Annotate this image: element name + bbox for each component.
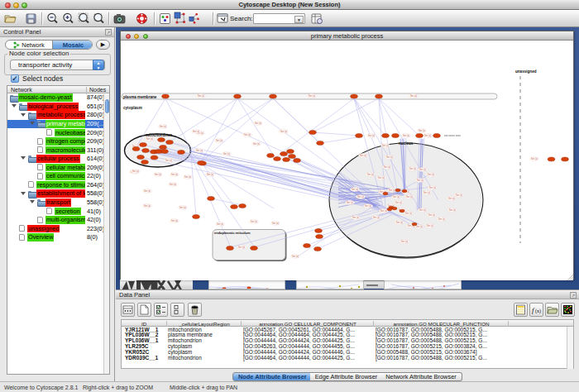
svg-text:Set (a): Set (a) (456, 194, 462, 197)
svg-text:nucleus: nucleus (399, 141, 414, 146)
svg-text:Set (a): Set (a) (429, 186, 436, 189)
svg-text:plasma membrane: plasma membrane (123, 95, 157, 99)
svg-text:Set (a): Set (a) (347, 201, 353, 204)
svg-text:Set (a): Set (a) (419, 168, 426, 171)
svg-text:unassigned: unassigned (515, 69, 537, 74)
svg-text:Set (a): Set (a) (389, 189, 395, 192)
svg-text:Set (a): Set (a) (393, 195, 400, 198)
svg-text:Set (a): Set (a) (223, 152, 230, 155)
svg-text:Set (a): Set (a) (531, 157, 538, 160)
svg-text:Set (a): Set (a) (427, 224, 433, 227)
svg-text:Set (a): Set (a) (292, 255, 299, 258)
svg-text:endoplasmic reticulum: endoplasmic reticulum (214, 231, 251, 235)
svg-text:Set (a): Set (a) (424, 134, 431, 137)
svg-text:Set (a): Set (a) (382, 144, 389, 147)
svg-text:cytoplasm: cytoplasm (123, 106, 142, 110)
svg-text:Set (a): Set (a) (438, 218, 445, 221)
svg-text:Set (a): Set (a) (384, 165, 390, 169)
svg-text:Set (a): Set (a) (193, 130, 199, 133)
svg-text:Set (a): Set (a) (198, 94, 204, 98)
svg-text:Set (a): Set (a) (217, 222, 223, 226)
svg-text:Set (a): Set (a) (401, 240, 408, 243)
svg-text:Set (a): Set (a) (253, 142, 260, 146)
svg-text:Set (a): Set (a) (144, 204, 151, 208)
svg-text:Set (a): Set (a) (367, 173, 374, 176)
svg-text:Set (a): Set (a) (146, 137, 153, 141)
svg-text:Set (a): Set (a) (410, 94, 417, 98)
svg-text:Set (a): Set (a) (171, 219, 178, 222)
svg-text:Set (a): Set (a) (378, 176, 385, 179)
svg-text:Set (a): Set (a) (352, 188, 358, 191)
svg-text:Set (a): Set (a) (419, 208, 426, 212)
svg-text:Set (a): Set (a) (155, 173, 161, 176)
svg-text:Set (a): Set (a) (216, 139, 223, 142)
svg-text:Set (a): Set (a) (132, 170, 139, 173)
svg-text:Set (a): Set (a) (309, 94, 315, 98)
svg-text:Set (a): Set (a) (386, 155, 393, 159)
svg-text:Set (a): Set (a) (207, 173, 213, 176)
svg-text:Set (a): Set (a) (396, 221, 403, 224)
svg-text:Set (a): Set (a) (409, 167, 416, 170)
svg-text:Set (a): Set (a) (419, 129, 425, 132)
svg-text:Set (a): Set (a) (395, 201, 402, 204)
svg-text:xxx xxxxx xxxx: xxx xxxxx xxxx (444, 134, 461, 137)
svg-text:Set (a): Set (a) (184, 175, 191, 179)
svg-text:Set (a): Set (a) (368, 134, 375, 137)
svg-text:Set (a): Set (a) (428, 213, 435, 217)
svg-text:Set (a): Set (a) (238, 246, 245, 249)
svg-text:Set (a): Set (a) (403, 134, 409, 137)
svg-text:Set (a): Set (a) (144, 189, 151, 193)
svg-text:Set (a): Set (a) (251, 220, 257, 223)
svg-text:Set (a): Set (a) (280, 130, 287, 133)
svg-text:Set (a): Set (a) (423, 191, 430, 194)
svg-text:Set (a): Set (a) (405, 212, 412, 215)
svg-text:Set (a): Set (a) (406, 195, 413, 198)
svg-text:Set (a): Set (a) (373, 216, 380, 219)
svg-text:(x): (x) (535, 308, 541, 314)
svg-text:Set (a): Set (a) (380, 209, 387, 213)
svg-text:Set (a): Set (a) (449, 208, 456, 212)
svg-text:Set (a): Set (a) (352, 216, 359, 219)
svg-text:Set (a): Set (a) (365, 204, 371, 208)
svg-text:Set (a): Set (a) (448, 197, 455, 200)
svg-text:Set (a): Set (a) (255, 122, 261, 125)
svg-text:Set (a): Set (a) (179, 206, 186, 209)
svg-text:Set (a): Set (a) (165, 159, 172, 162)
svg-text:Set (a): Set (a) (272, 222, 279, 225)
svg-text:Set (a): Set (a) (428, 173, 434, 176)
svg-text:Set (a): Set (a) (416, 225, 423, 228)
svg-text:mitochondrion: mitochondrion (146, 133, 172, 137)
svg-text:Set (a): Set (a) (357, 195, 364, 198)
svg-text:Set (a): Set (a) (417, 179, 423, 182)
svg-text:Set (a): Set (a) (170, 183, 176, 186)
svg-text:Set (a): Set (a) (171, 173, 178, 176)
svg-text:Set (a): Set (a) (160, 125, 166, 128)
svg-text:Set (a): Set (a) (360, 154, 366, 157)
svg-text:Set (a): Set (a) (244, 133, 251, 136)
svg-text:Set (a): Set (a) (196, 149, 203, 152)
